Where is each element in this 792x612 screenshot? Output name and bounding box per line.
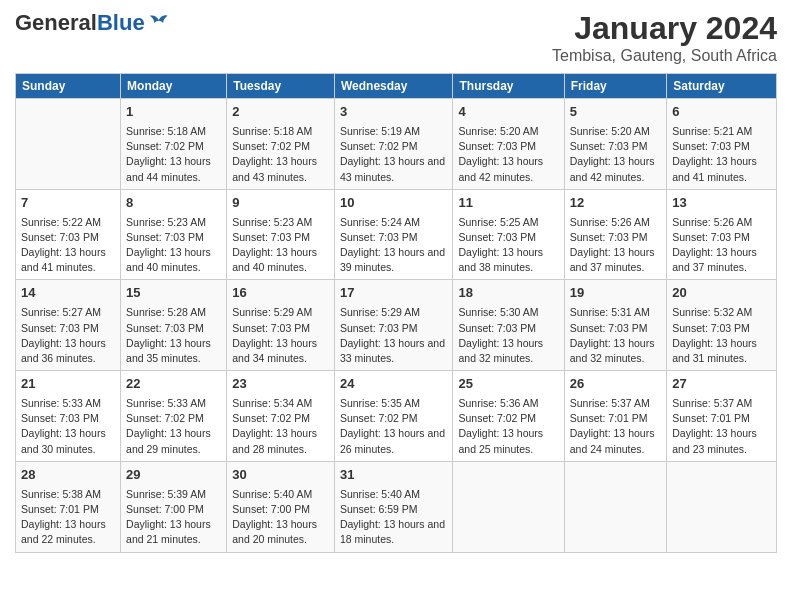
day-cell — [564, 461, 666, 552]
day-number: 21 — [21, 375, 115, 394]
weekday-header-wednesday: Wednesday — [334, 74, 453, 99]
daylight-label: Daylight: 13 hours and 37 minutes. — [672, 246, 757, 273]
daylight-label: Daylight: 13 hours and 22 minutes. — [21, 518, 106, 545]
day-cell: 31Sunrise: 5:40 AMSunset: 6:59 PMDayligh… — [334, 461, 453, 552]
week-row-2: 7Sunrise: 5:22 AMSunset: 7:03 PMDaylight… — [16, 189, 777, 280]
sunset-label: Sunset: 7:03 PM — [570, 231, 648, 243]
day-cell: 7Sunrise: 5:22 AMSunset: 7:03 PMDaylight… — [16, 189, 121, 280]
sunrise-label: Sunrise: 5:39 AM — [126, 488, 206, 500]
day-cell: 16Sunrise: 5:29 AMSunset: 7:03 PMDayligh… — [227, 280, 335, 371]
day-cell: 9Sunrise: 5:23 AMSunset: 7:03 PMDaylight… — [227, 189, 335, 280]
page-subtitle: Tembisa, Gauteng, South Africa — [552, 47, 777, 65]
day-cell: 30Sunrise: 5:40 AMSunset: 7:00 PMDayligh… — [227, 461, 335, 552]
daylight-label: Daylight: 13 hours and 23 minutes. — [672, 427, 757, 454]
day-info: Sunrise: 5:31 AMSunset: 7:03 PMDaylight:… — [570, 305, 661, 366]
day-cell — [667, 461, 777, 552]
day-number: 16 — [232, 284, 329, 303]
sunset-label: Sunset: 7:03 PM — [126, 322, 204, 334]
sunrise-label: Sunrise: 5:18 AM — [126, 125, 206, 137]
day-number: 1 — [126, 103, 221, 122]
sunset-label: Sunset: 7:03 PM — [672, 231, 750, 243]
day-cell: 29Sunrise: 5:39 AMSunset: 7:00 PMDayligh… — [121, 461, 227, 552]
day-cell: 22Sunrise: 5:33 AMSunset: 7:02 PMDayligh… — [121, 371, 227, 462]
day-info: Sunrise: 5:24 AMSunset: 7:03 PMDaylight:… — [340, 215, 448, 276]
day-cell: 10Sunrise: 5:24 AMSunset: 7:03 PMDayligh… — [334, 189, 453, 280]
logo-bird-icon — [147, 14, 169, 32]
daylight-label: Daylight: 13 hours and 32 minutes. — [570, 337, 655, 364]
daylight-label: Daylight: 13 hours and 40 minutes. — [232, 246, 317, 273]
day-info: Sunrise: 5:29 AMSunset: 7:03 PMDaylight:… — [232, 305, 329, 366]
logo: GeneralBlue — [15, 10, 169, 36]
sunset-label: Sunset: 7:03 PM — [458, 231, 536, 243]
daylight-label: Daylight: 13 hours and 39 minutes. — [340, 246, 445, 273]
day-number: 30 — [232, 466, 329, 485]
daylight-label: Daylight: 13 hours and 28 minutes. — [232, 427, 317, 454]
day-number: 27 — [672, 375, 771, 394]
day-cell: 24Sunrise: 5:35 AMSunset: 7:02 PMDayligh… — [334, 371, 453, 462]
sunset-label: Sunset: 7:02 PM — [340, 412, 418, 424]
day-number: 23 — [232, 375, 329, 394]
daylight-label: Daylight: 13 hours and 36 minutes. — [21, 337, 106, 364]
sunrise-label: Sunrise: 5:25 AM — [458, 216, 538, 228]
day-number: 17 — [340, 284, 448, 303]
day-number: 14 — [21, 284, 115, 303]
sunset-label: Sunset: 7:03 PM — [21, 412, 99, 424]
day-info: Sunrise: 5:23 AMSunset: 7:03 PMDaylight:… — [126, 215, 221, 276]
sunset-label: Sunset: 7:03 PM — [458, 322, 536, 334]
day-info: Sunrise: 5:33 AMSunset: 7:02 PMDaylight:… — [126, 396, 221, 457]
day-info: Sunrise: 5:37 AMSunset: 7:01 PMDaylight:… — [672, 396, 771, 457]
sunset-label: Sunset: 7:03 PM — [570, 140, 648, 152]
sunrise-label: Sunrise: 5:24 AM — [340, 216, 420, 228]
day-cell: 25Sunrise: 5:36 AMSunset: 7:02 PMDayligh… — [453, 371, 564, 462]
daylight-label: Daylight: 13 hours and 20 minutes. — [232, 518, 317, 545]
day-number: 31 — [340, 466, 448, 485]
weekday-header-sunday: Sunday — [16, 74, 121, 99]
day-cell: 19Sunrise: 5:31 AMSunset: 7:03 PMDayligh… — [564, 280, 666, 371]
day-number: 3 — [340, 103, 448, 122]
sunrise-label: Sunrise: 5:26 AM — [672, 216, 752, 228]
daylight-label: Daylight: 13 hours and 25 minutes. — [458, 427, 543, 454]
daylight-label: Daylight: 13 hours and 32 minutes. — [458, 337, 543, 364]
sunrise-label: Sunrise: 5:20 AM — [570, 125, 650, 137]
sunset-label: Sunset: 7:03 PM — [232, 231, 310, 243]
sunset-label: Sunset: 7:01 PM — [21, 503, 99, 515]
daylight-label: Daylight: 13 hours and 42 minutes. — [458, 155, 543, 182]
daylight-label: Daylight: 13 hours and 34 minutes. — [232, 337, 317, 364]
daylight-label: Daylight: 13 hours and 42 minutes. — [570, 155, 655, 182]
weekday-header-monday: Monday — [121, 74, 227, 99]
day-cell: 27Sunrise: 5:37 AMSunset: 7:01 PMDayligh… — [667, 371, 777, 462]
sunrise-label: Sunrise: 5:18 AM — [232, 125, 312, 137]
day-number: 10 — [340, 194, 448, 213]
sunrise-label: Sunrise: 5:26 AM — [570, 216, 650, 228]
day-cell: 3Sunrise: 5:19 AMSunset: 7:02 PMDaylight… — [334, 99, 453, 190]
sunrise-label: Sunrise: 5:27 AM — [21, 306, 101, 318]
sunset-label: Sunset: 7:02 PM — [458, 412, 536, 424]
sunset-label: Sunset: 7:03 PM — [21, 322, 99, 334]
sunrise-label: Sunrise: 5:40 AM — [232, 488, 312, 500]
day-number: 29 — [126, 466, 221, 485]
sunrise-label: Sunrise: 5:30 AM — [458, 306, 538, 318]
sunrise-label: Sunrise: 5:36 AM — [458, 397, 538, 409]
sunrise-label: Sunrise: 5:21 AM — [672, 125, 752, 137]
daylight-label: Daylight: 13 hours and 26 minutes. — [340, 427, 445, 454]
daylight-label: Daylight: 13 hours and 43 minutes. — [232, 155, 317, 182]
day-cell: 26Sunrise: 5:37 AMSunset: 7:01 PMDayligh… — [564, 371, 666, 462]
sunrise-label: Sunrise: 5:37 AM — [672, 397, 752, 409]
day-info: Sunrise: 5:33 AMSunset: 7:03 PMDaylight:… — [21, 396, 115, 457]
page-title: January 2024 — [552, 10, 777, 47]
daylight-label: Daylight: 13 hours and 44 minutes. — [126, 155, 211, 182]
sunrise-label: Sunrise: 5:20 AM — [458, 125, 538, 137]
sunrise-label: Sunrise: 5:23 AM — [126, 216, 206, 228]
sunset-label: Sunset: 7:03 PM — [672, 140, 750, 152]
daylight-label: Daylight: 13 hours and 37 minutes. — [570, 246, 655, 273]
sunrise-label: Sunrise: 5:31 AM — [570, 306, 650, 318]
sunset-label: Sunset: 7:00 PM — [232, 503, 310, 515]
daylight-label: Daylight: 13 hours and 29 minutes. — [126, 427, 211, 454]
day-info: Sunrise: 5:18 AMSunset: 7:02 PMDaylight:… — [126, 124, 221, 185]
calendar-table: SundayMondayTuesdayWednesdayThursdayFrid… — [15, 73, 777, 553]
sunset-label: Sunset: 7:02 PM — [126, 412, 204, 424]
day-info: Sunrise: 5:26 AMSunset: 7:03 PMDaylight:… — [672, 215, 771, 276]
sunrise-label: Sunrise: 5:23 AM — [232, 216, 312, 228]
sunrise-label: Sunrise: 5:34 AM — [232, 397, 312, 409]
day-number: 2 — [232, 103, 329, 122]
